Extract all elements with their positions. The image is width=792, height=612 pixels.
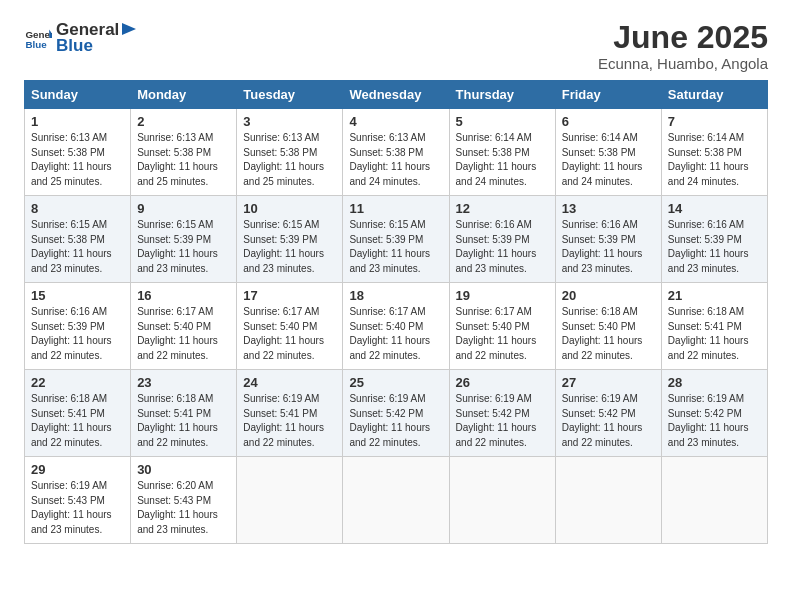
- day-info: Sunrise: 6:16 AMSunset: 5:39 PMDaylight:…: [562, 218, 655, 276]
- title-area: June 2025 Ecunna, Huambo, Angola: [598, 20, 768, 72]
- calendar-cell: 5Sunrise: 6:14 AMSunset: 5:38 PMDaylight…: [449, 109, 555, 196]
- day-info: Sunrise: 6:19 AMSunset: 5:42 PMDaylight:…: [349, 392, 442, 450]
- calendar-cell: [343, 457, 449, 544]
- week-row-2: 8Sunrise: 6:15 AMSunset: 5:38 PMDaylight…: [25, 196, 768, 283]
- weekday-header-sunday: Sunday: [25, 81, 131, 109]
- day-info: Sunrise: 6:18 AMSunset: 5:40 PMDaylight:…: [562, 305, 655, 363]
- day-number: 28: [668, 375, 761, 390]
- day-info: Sunrise: 6:18 AMSunset: 5:41 PMDaylight:…: [137, 392, 230, 450]
- day-info: Sunrise: 6:19 AMSunset: 5:42 PMDaylight:…: [668, 392, 761, 450]
- week-row-1: 1Sunrise: 6:13 AMSunset: 5:38 PMDaylight…: [25, 109, 768, 196]
- calendar-cell: [237, 457, 343, 544]
- day-number: 11: [349, 201, 442, 216]
- day-info: Sunrise: 6:15 AMSunset: 5:39 PMDaylight:…: [137, 218, 230, 276]
- calendar-cell: 6Sunrise: 6:14 AMSunset: 5:38 PMDaylight…: [555, 109, 661, 196]
- calendar-cell: 15Sunrise: 6:16 AMSunset: 5:39 PMDayligh…: [25, 283, 131, 370]
- day-info: Sunrise: 6:16 AMSunset: 5:39 PMDaylight:…: [456, 218, 549, 276]
- calendar-cell: 22Sunrise: 6:18 AMSunset: 5:41 PMDayligh…: [25, 370, 131, 457]
- calendar-cell: 18Sunrise: 6:17 AMSunset: 5:40 PMDayligh…: [343, 283, 449, 370]
- day-number: 29: [31, 462, 124, 477]
- calendar-cell: [449, 457, 555, 544]
- day-number: 20: [562, 288, 655, 303]
- day-number: 12: [456, 201, 549, 216]
- day-info: Sunrise: 6:13 AMSunset: 5:38 PMDaylight:…: [243, 131, 336, 189]
- weekday-header-tuesday: Tuesday: [237, 81, 343, 109]
- day-info: Sunrise: 6:19 AMSunset: 5:42 PMDaylight:…: [562, 392, 655, 450]
- day-info: Sunrise: 6:17 AMSunset: 5:40 PMDaylight:…: [243, 305, 336, 363]
- svg-marker-3: [122, 23, 136, 35]
- day-number: 5: [456, 114, 549, 129]
- main-title: June 2025: [598, 20, 768, 55]
- page-header: General Blue General Blue June 2025 Ecun…: [24, 20, 768, 72]
- day-number: 15: [31, 288, 124, 303]
- day-info: Sunrise: 6:15 AMSunset: 5:38 PMDaylight:…: [31, 218, 124, 276]
- calendar-cell: 19Sunrise: 6:17 AMSunset: 5:40 PMDayligh…: [449, 283, 555, 370]
- day-number: 16: [137, 288, 230, 303]
- calendar-cell: 10Sunrise: 6:15 AMSunset: 5:39 PMDayligh…: [237, 196, 343, 283]
- svg-text:Blue: Blue: [25, 39, 47, 50]
- calendar-cell: 29Sunrise: 6:19 AMSunset: 5:43 PMDayligh…: [25, 457, 131, 544]
- day-number: 2: [137, 114, 230, 129]
- subtitle: Ecunna, Huambo, Angola: [598, 55, 768, 72]
- day-number: 3: [243, 114, 336, 129]
- day-info: Sunrise: 6:14 AMSunset: 5:38 PMDaylight:…: [668, 131, 761, 189]
- day-info: Sunrise: 6:19 AMSunset: 5:42 PMDaylight:…: [456, 392, 549, 450]
- day-number: 1: [31, 114, 124, 129]
- day-info: Sunrise: 6:17 AMSunset: 5:40 PMDaylight:…: [456, 305, 549, 363]
- day-info: Sunrise: 6:17 AMSunset: 5:40 PMDaylight:…: [349, 305, 442, 363]
- day-number: 19: [456, 288, 549, 303]
- day-info: Sunrise: 6:17 AMSunset: 5:40 PMDaylight:…: [137, 305, 230, 363]
- calendar-cell: 24Sunrise: 6:19 AMSunset: 5:41 PMDayligh…: [237, 370, 343, 457]
- day-info: Sunrise: 6:14 AMSunset: 5:38 PMDaylight:…: [456, 131, 549, 189]
- day-info: Sunrise: 6:14 AMSunset: 5:38 PMDaylight:…: [562, 131, 655, 189]
- weekday-header-friday: Friday: [555, 81, 661, 109]
- day-info: Sunrise: 6:16 AMSunset: 5:39 PMDaylight:…: [668, 218, 761, 276]
- calendar-cell: 7Sunrise: 6:14 AMSunset: 5:38 PMDaylight…: [661, 109, 767, 196]
- calendar-cell: 30Sunrise: 6:20 AMSunset: 5:43 PMDayligh…: [131, 457, 237, 544]
- weekday-header-thursday: Thursday: [449, 81, 555, 109]
- calendar-cell: 2Sunrise: 6:13 AMSunset: 5:38 PMDaylight…: [131, 109, 237, 196]
- day-number: 22: [31, 375, 124, 390]
- calendar-cell: 21Sunrise: 6:18 AMSunset: 5:41 PMDayligh…: [661, 283, 767, 370]
- day-info: Sunrise: 6:13 AMSunset: 5:38 PMDaylight:…: [31, 131, 124, 189]
- day-info: Sunrise: 6:18 AMSunset: 5:41 PMDaylight:…: [668, 305, 761, 363]
- calendar-cell: 16Sunrise: 6:17 AMSunset: 5:40 PMDayligh…: [131, 283, 237, 370]
- calendar-cell: 25Sunrise: 6:19 AMSunset: 5:42 PMDayligh…: [343, 370, 449, 457]
- calendar-cell: [555, 457, 661, 544]
- day-number: 9: [137, 201, 230, 216]
- day-number: 25: [349, 375, 442, 390]
- weekday-header-monday: Monday: [131, 81, 237, 109]
- calendar-cell: 9Sunrise: 6:15 AMSunset: 5:39 PMDaylight…: [131, 196, 237, 283]
- day-number: 17: [243, 288, 336, 303]
- day-number: 4: [349, 114, 442, 129]
- day-info: Sunrise: 6:20 AMSunset: 5:43 PMDaylight:…: [137, 479, 230, 537]
- day-info: Sunrise: 6:19 AMSunset: 5:41 PMDaylight:…: [243, 392, 336, 450]
- week-row-4: 22Sunrise: 6:18 AMSunset: 5:41 PMDayligh…: [25, 370, 768, 457]
- calendar-cell: 20Sunrise: 6:18 AMSunset: 5:40 PMDayligh…: [555, 283, 661, 370]
- logo-icon: General Blue: [24, 24, 52, 52]
- day-info: Sunrise: 6:15 AMSunset: 5:39 PMDaylight:…: [243, 218, 336, 276]
- day-info: Sunrise: 6:13 AMSunset: 5:38 PMDaylight:…: [349, 131, 442, 189]
- calendar-cell: 14Sunrise: 6:16 AMSunset: 5:39 PMDayligh…: [661, 196, 767, 283]
- day-number: 23: [137, 375, 230, 390]
- calendar-cell: [661, 457, 767, 544]
- calendar-cell: 17Sunrise: 6:17 AMSunset: 5:40 PMDayligh…: [237, 283, 343, 370]
- day-info: Sunrise: 6:19 AMSunset: 5:43 PMDaylight:…: [31, 479, 124, 537]
- day-number: 18: [349, 288, 442, 303]
- calendar-cell: 3Sunrise: 6:13 AMSunset: 5:38 PMDaylight…: [237, 109, 343, 196]
- day-number: 30: [137, 462, 230, 477]
- calendar-cell: 8Sunrise: 6:15 AMSunset: 5:38 PMDaylight…: [25, 196, 131, 283]
- day-number: 14: [668, 201, 761, 216]
- week-row-5: 29Sunrise: 6:19 AMSunset: 5:43 PMDayligh…: [25, 457, 768, 544]
- weekday-header-row: SundayMondayTuesdayWednesdayThursdayFrid…: [25, 81, 768, 109]
- day-info: Sunrise: 6:15 AMSunset: 5:39 PMDaylight:…: [349, 218, 442, 276]
- day-number: 13: [562, 201, 655, 216]
- calendar-cell: 1Sunrise: 6:13 AMSunset: 5:38 PMDaylight…: [25, 109, 131, 196]
- logo: General Blue General Blue: [24, 20, 138, 56]
- calendar-cell: 12Sunrise: 6:16 AMSunset: 5:39 PMDayligh…: [449, 196, 555, 283]
- day-info: Sunrise: 6:18 AMSunset: 5:41 PMDaylight:…: [31, 392, 124, 450]
- calendar-cell: 23Sunrise: 6:18 AMSunset: 5:41 PMDayligh…: [131, 370, 237, 457]
- calendar-table: SundayMondayTuesdayWednesdayThursdayFrid…: [24, 80, 768, 544]
- calendar-cell: 27Sunrise: 6:19 AMSunset: 5:42 PMDayligh…: [555, 370, 661, 457]
- logo-triangle-icon: [120, 19, 138, 39]
